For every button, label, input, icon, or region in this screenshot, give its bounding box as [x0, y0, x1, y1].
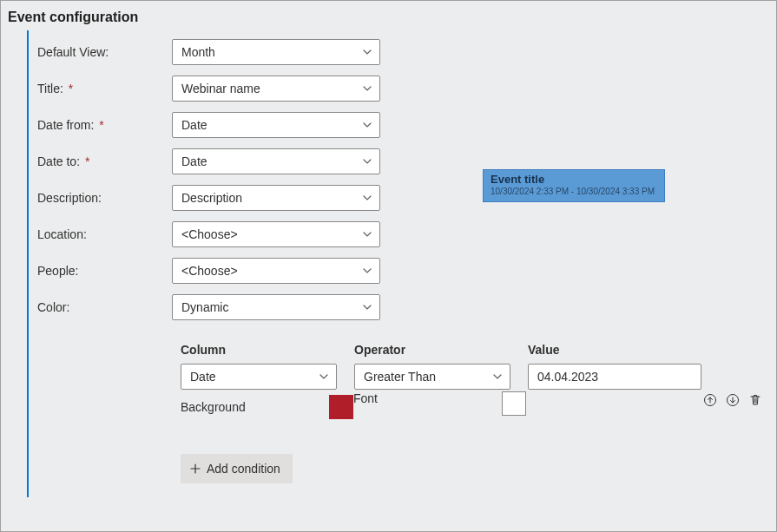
required-mark: *: [99, 118, 103, 132]
condition-style-row: Background Font: [181, 395, 776, 419]
select-value: Date: [181, 154, 207, 168]
chevron-down-icon: [362, 47, 372, 57]
font-label: Font: [353, 391, 497, 405]
background-color-swatch[interactable]: [329, 395, 353, 419]
select-location[interactable]: <Choose>: [172, 221, 380, 247]
header-operator: Operator: [354, 343, 528, 357]
condition-value-input[interactable]: [528, 364, 701, 390]
label-people: People:: [37, 264, 172, 278]
move-up-icon[interactable]: [701, 391, 719, 409]
select-title[interactable]: Webinar name: [172, 76, 380, 102]
row-default-view: Default View: Month: [37, 39, 776, 65]
label-text: Date from:: [37, 118, 94, 132]
label-text: Date to:: [37, 154, 80, 168]
label-text: Default View:: [37, 45, 109, 59]
select-value: Month: [181, 45, 215, 59]
select-description[interactable]: Description: [172, 185, 380, 211]
header-value: Value: [528, 343, 710, 357]
chevron-down-icon: [362, 120, 372, 130]
label-default-view: Default View:: [37, 45, 172, 59]
label-date-to: Date to: *: [37, 154, 172, 168]
chevron-down-icon: [362, 302, 372, 312]
conditions-section: Column Operator Value Date Greater Than …: [27, 334, 776, 497]
select-color[interactable]: Dynamic: [172, 294, 380, 320]
condition-column-select[interactable]: Date: [181, 364, 337, 390]
row-people: People: <Choose>: [37, 258, 776, 284]
label-title: Title: *: [37, 82, 172, 95]
background-label: Background: [181, 395, 324, 414]
label-text: Title:: [37, 82, 63, 95]
event-preview-card: Event title 10/30/2024 2:33 PM - 10/30/2…: [483, 169, 665, 202]
select-people[interactable]: <Choose>: [172, 258, 380, 284]
label-location: Location:: [37, 227, 172, 241]
delete-icon[interactable]: [747, 391, 764, 409]
required-mark: *: [85, 154, 89, 168]
condition-row-actions: [701, 391, 764, 409]
select-value: <Choose>: [181, 227, 238, 241]
label-text: Color:: [37, 300, 69, 314]
condition-row: Date Greater Than: [181, 364, 776, 390]
row-color: Color: Dynamic: [37, 294, 776, 320]
row-location: Location: <Choose>: [37, 221, 776, 247]
select-value: Dynamic: [181, 300, 228, 314]
move-down-icon[interactable]: [724, 391, 741, 409]
select-value: <Choose>: [181, 264, 238, 278]
panel-heading: Event configuration: [1, 1, 776, 30]
select-value: Greater Than: [364, 370, 436, 384]
select-value: Description: [181, 191, 242, 205]
condition-operator-select[interactable]: Greater Than: [354, 364, 510, 390]
chevron-down-icon: [362, 83, 372, 94]
select-default-view[interactable]: Month: [172, 39, 380, 65]
required-mark: *: [69, 82, 73, 95]
header-column: Column: [181, 343, 354, 357]
label-text: Location:: [37, 227, 87, 241]
chevron-down-icon: [362, 156, 372, 167]
preview-title: Event title: [491, 173, 657, 186]
select-value: Date: [181, 118, 207, 132]
event-configuration-panel: Event configuration Default View: Month …: [0, 0, 777, 532]
label-text: People:: [37, 264, 78, 278]
chevron-down-icon: [362, 193, 372, 203]
select-value: Webinar name: [181, 82, 260, 95]
font-color-swatch[interactable]: [502, 391, 526, 416]
label-text: Description:: [37, 191, 102, 205]
label-date-from: Date from: *: [37, 118, 172, 132]
add-condition-button[interactable]: Add condition: [181, 454, 293, 483]
add-condition-label: Add condition: [207, 462, 280, 476]
label-description: Description:: [37, 191, 172, 205]
chevron-down-icon: [492, 371, 503, 382]
chevron-down-icon: [362, 266, 372, 276]
row-date-from: Date from: * Date: [37, 112, 776, 138]
select-date-to[interactable]: Date: [172, 148, 380, 174]
chevron-down-icon: [362, 229, 372, 240]
preview-time: 10/30/2024 2:33 PM - 10/30/2024 3:33 PM: [491, 187, 657, 196]
row-title: Title: * Webinar name: [37, 76, 776, 102]
conditions-header: Column Operator Value: [181, 343, 776, 357]
chevron-down-icon: [319, 371, 329, 382]
select-value: Date: [190, 370, 216, 384]
row-description: Description: Description: [37, 185, 776, 211]
row-date-to: Date to: * Date: [37, 148, 776, 174]
select-date-from[interactable]: Date: [172, 112, 380, 138]
plus-icon: [189, 463, 201, 475]
label-color: Color:: [37, 300, 172, 314]
